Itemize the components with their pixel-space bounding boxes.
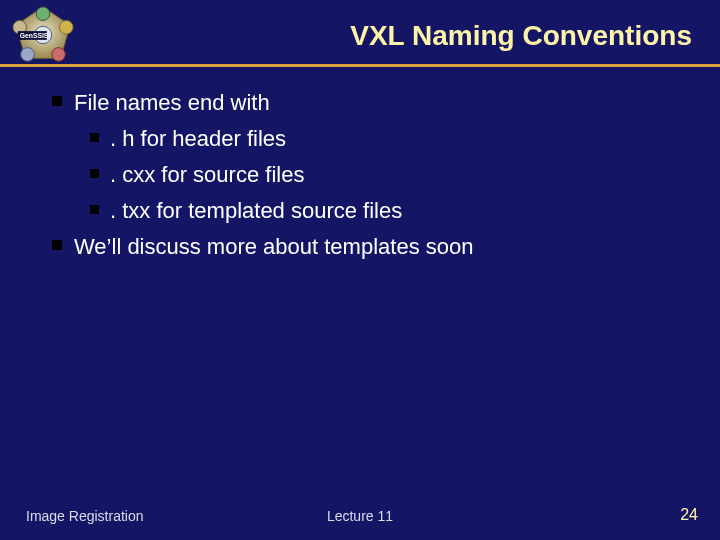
svg-point-3 bbox=[52, 48, 66, 62]
bullet-text: File names end with bbox=[74, 90, 270, 115]
bullet-text: . txx for templated source files bbox=[110, 198, 402, 223]
logo-text: GenSSIS bbox=[20, 32, 49, 39]
logo-icon: GenSSIS bbox=[12, 4, 74, 66]
bullet-level2: . h for header files bbox=[86, 122, 680, 156]
bullet-text: We’ll discuss more about templates soon bbox=[74, 234, 473, 259]
bullet-text: . cxx for source files bbox=[110, 162, 304, 187]
bullet-level2: . cxx for source files bbox=[86, 158, 680, 192]
svg-point-2 bbox=[59, 20, 73, 34]
title-rule bbox=[0, 64, 720, 67]
slide-title: VXL Naming Conventions bbox=[100, 20, 692, 52]
slide-content: File names end with . h for header files… bbox=[48, 86, 680, 266]
bullet-level1: We’ll discuss more about templates soon bbox=[48, 230, 680, 264]
page-number: 24 bbox=[680, 506, 698, 524]
bullet-level1: File names end with . h for header files… bbox=[48, 86, 680, 228]
bullet-level2: . txx for templated source files bbox=[86, 194, 680, 228]
bullet-text: . h for header files bbox=[110, 126, 286, 151]
svg-point-1 bbox=[36, 7, 50, 21]
slide-header: GenSSIS VXL Naming Conventions bbox=[0, 0, 720, 68]
footer-center: Lecture 11 bbox=[0, 508, 720, 524]
svg-point-4 bbox=[21, 48, 35, 62]
slide: GenSSIS VXL Naming Conventions File name… bbox=[0, 0, 720, 540]
